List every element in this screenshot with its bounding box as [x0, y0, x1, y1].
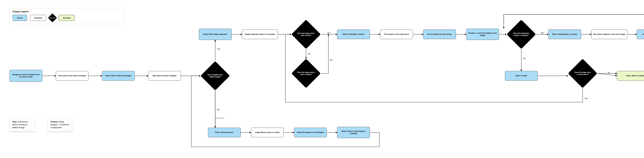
node-select-one-image: Select (1) image for the template	[294, 128, 327, 137]
node-view-mode: View-mode of the Asset Template	[56, 71, 88, 81]
label-no-plus1-display: No	[523, 57, 526, 60]
diagram-legend: Diagram legend: Action UI display Decisi…	[10, 8, 124, 24]
legend-decision: Decision	[48, 14, 57, 23]
decision-plus-one-fault-metric: Does the image need +1 fault/ metric?	[568, 59, 597, 88]
label-yes-fault: Yes	[327, 32, 330, 34]
node-image-properties-page: Image properties opens in new page	[242, 30, 278, 39]
label-yes-default: Yes	[217, 48, 220, 50]
decision-need-metric-overlay: Does the image need a metric overlay?	[292, 59, 321, 88]
label-yes-plus1-display: Yes	[540, 32, 544, 34]
node-select-edit: Select 'Edit' to edit the template	[102, 71, 135, 81]
node-select-create: Select 'Create'	[505, 71, 538, 81]
sticky-users: User(s): Setup Support + Customer Config…	[48, 118, 73, 131]
legend-row: Action UI display Decision End goal	[12, 15, 121, 21]
node-edit-image-properties: Select 'Edit image properties'	[199, 29, 232, 40]
node-image-library-modal: Image library opens in modal	[251, 128, 284, 137]
node-fill-out-details: Fill out details for the overlay	[423, 30, 456, 39]
node-select-done: Select 'Done' to add image to template	[337, 127, 370, 138]
node-add-fault-metric: Select 'Add [fault / metric]'	[337, 30, 370, 39]
node-browse-library: Select 'Browse library'	[208, 128, 241, 137]
legend-end-goal: End goal	[59, 15, 75, 21]
node-position-scale: Position + scale the display on the imag…	[466, 29, 499, 40]
label-yes-metric: Yes	[329, 59, 333, 61]
node-form-opens: Form opens in the right panel	[380, 30, 413, 39]
legend-title: Diagram legend:	[12, 10, 121, 13]
label-no-default: No	[217, 108, 220, 111]
decision-plus-one-display: Does the fault/metric require +1 display…	[506, 20, 536, 49]
legend-action: Action	[12, 15, 27, 21]
diagram-canvas: Diagram legend: Action UI display Decisi…	[0, 0, 644, 158]
node-edit-mode: Edit mode of Asset Template	[148, 71, 181, 81]
node-new-inputs-appear: New inputs appears in the form/ image	[592, 30, 627, 39]
svg-line-24	[597, 73, 617, 76]
node-navigate-asset-template: Navigate to Asset Template from the Asse…	[10, 70, 42, 82]
node-back-to-template: Select 'Back to template'	[617, 71, 644, 81]
label-no-plus1-fm: No	[607, 72, 610, 74]
node-fill-new-inputs: Fill out new inputs	[637, 30, 644, 39]
label-no-fault: No	[308, 53, 311, 55]
node-add-display-or-metric: Select 'Add [display or metric]'	[548, 30, 581, 39]
label-yes-plus1-fm: Yes	[584, 97, 588, 100]
decision-need-fault-overlay: Does the image need a fault overlay?	[292, 20, 321, 49]
decision-has-default-image: Does template have default image?	[200, 61, 230, 90]
sticky-task: Task: Add fault or metric overlay to def…	[10, 118, 35, 131]
legend-ui-display: UI display	[30, 15, 46, 21]
